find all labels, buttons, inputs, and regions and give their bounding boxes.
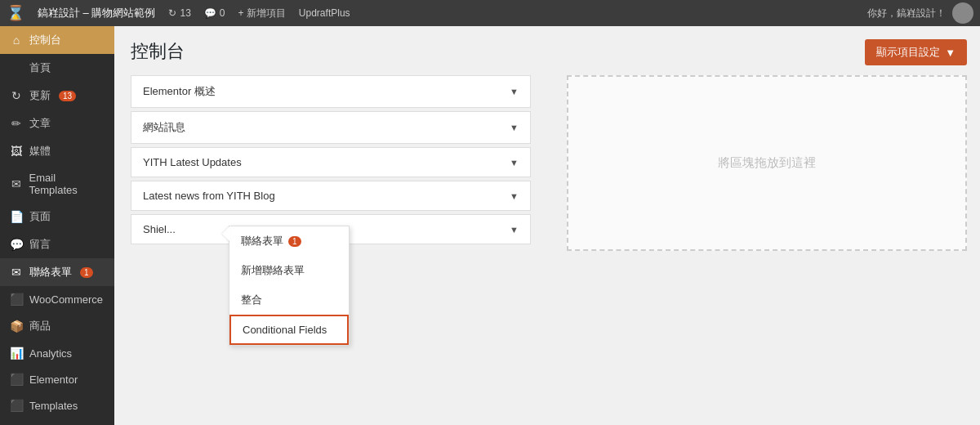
sidebar-item-posts[interactable]: ✏ 文章 (0, 110, 114, 137)
admin-bar-right: 你好，鎬嵀設計！ (867, 2, 973, 24)
accordion-label: Shiel... (143, 223, 176, 235)
sidebar-item-home[interactable]: 首頁 (0, 54, 114, 82)
accordion-item-elementor[interactable]: Elementor 概述 ▼ (131, 75, 531, 108)
accordion-item-site-info[interactable]: 網站訊息 ▼ (131, 111, 531, 144)
sidebar-item-woocommerce[interactable]: ⬛ WooCommerce (0, 286, 114, 312)
drop-zone-label: 將區塊拖放到這裡 (718, 155, 816, 171)
accordion-list: Elementor 概述 ▼ 網站訊息 ▼ YITH Latest Update… (131, 75, 531, 244)
site-name[interactable]: 鎬嵀設計 – 購物網站範例 (38, 6, 155, 20)
contact-forms-submenu: 聯絡表單 1 新增聯絡表單 整合 Conditional Fields (229, 226, 350, 346)
sidebar-item-label: WooCommerce (29, 293, 103, 306)
sidebar-item-label: 控制台 (29, 33, 61, 47)
display-settings-label: 顯示項目設定 (876, 45, 940, 60)
accordion-item-yith-blog[interactable]: Latest news from YITH Blog ▼ (131, 181, 531, 211)
accordion-item-yith-updates[interactable]: YITH Latest Updates ▼ (131, 147, 531, 177)
updates-badge: 13 (59, 91, 76, 101)
chevron-down-icon: ▼ (945, 47, 956, 59)
submenu-label: 聯絡表單 (241, 234, 283, 248)
woocommerce-icon: ⬛ (10, 293, 23, 306)
email-icon: ✉ (10, 177, 23, 190)
sidebar-item-label: 留言 (29, 237, 51, 252)
sidebar-item-label: 更新 (29, 88, 51, 103)
sidebar-item-label: Elementor (29, 374, 78, 386)
drop-zone: 將區塊拖放到這裡 (567, 75, 967, 251)
sidebar-item-label: Templates (29, 400, 78, 412)
accordion-label: 網站訊息 (143, 120, 185, 135)
sidebar-item-label: Analytics (29, 347, 72, 360)
main-layout: ⌂ 控制台 首頁 ↻ 更新 13 ✏ 文章 🖼 媒體 ✉ Email Templ… (0, 26, 980, 425)
sidebar-item-label: Email Templates (29, 172, 105, 196)
contact-forms-icon: ✉ (10, 266, 23, 279)
comments-icon: 💬 (204, 7, 216, 19)
sidebar-item-label: 聯絡表單 (29, 265, 72, 280)
accordion-label: YITH Latest Updates (143, 156, 242, 168)
analytics-icon: 📊 (10, 347, 23, 360)
templates-icon: ⬛ (10, 399, 23, 412)
contact-forms-badge: 1 (80, 267, 93, 278)
sidebar-item-label: 頁面 (29, 209, 51, 224)
pages-icon: 📄 (10, 210, 23, 223)
sidebar-item-label: 商品 (29, 319, 51, 333)
submenu-item-add-new[interactable]: 新增聯絡表單 (229, 256, 349, 285)
sidebar-item-products[interactable]: 📦 商品 (0, 312, 114, 340)
sidebar-item-updates[interactable]: ↻ 更新 13 (0, 82, 114, 110)
products-icon: 📦 (10, 320, 23, 333)
comments-icon: 💬 (10, 238, 23, 251)
sidebar-item-analytics[interactable]: 📊 Analytics (0, 340, 114, 366)
sidebar-item-pages[interactable]: 📄 頁面 (0, 203, 114, 230)
chevron-down-icon: ▼ (510, 87, 519, 96)
greeting-text: 你好，鎬嵀設計！ (867, 7, 946, 20)
sidebar-item-dashboard[interactable]: ⌂ 控制台 (0, 26, 114, 54)
updates-icon: ↻ (168, 7, 176, 19)
wp-logo-icon[interactable]: ⌛ (7, 4, 24, 22)
sidebar-item-label: 媒體 (29, 144, 51, 159)
accordion-label: Elementor 概述 (143, 84, 216, 99)
updates-icon: ↻ (10, 89, 23, 102)
updates-link[interactable]: ↻ 13 (168, 7, 190, 19)
comments-link[interactable]: 💬 0 (204, 7, 225, 19)
dashboard-icon: ⌂ (10, 34, 23, 47)
add-new-link[interactable]: + 新增項目 (238, 7, 286, 20)
sidebar-item-email-templates[interactable]: ✉ Email Templates (0, 165, 114, 203)
chevron-down-icon: ▼ (510, 191, 519, 201)
sidebar-item-label: 文章 (29, 116, 51, 131)
submenu-label: 整合 (241, 293, 262, 307)
elementor-icon: ⬛ (10, 373, 23, 386)
sidebar-item-templates[interactable]: ⬛ Templates (0, 392, 114, 418)
submenu-item-conditional-fields[interactable]: Conditional Fields (229, 315, 349, 345)
submenu-label: Conditional Fields (243, 324, 327, 336)
accordion-label: Latest news from YITH Blog (143, 190, 275, 202)
contact-forms-submenu-badge: 1 (288, 236, 301, 247)
page-title: 控制台 (131, 39, 964, 64)
main-content: 控制台 顯示項目設定 ▼ Elementor 概述 ▼ 網站訊息 ▼ YITH … (114, 26, 980, 425)
sidebar-item-elementor[interactable]: ⬛ Elementor (0, 366, 114, 392)
chevron-down-icon: ▼ (510, 225, 519, 235)
posts-icon: ✏ (10, 117, 23, 130)
submenu-label: 新增聯絡表單 (241, 263, 305, 278)
chevron-down-icon: ▼ (510, 158, 519, 168)
sidebar-item-comments[interactable]: 💬 留言 (0, 230, 114, 258)
admin-bar-left: ⌛ 鎬嵀設計 – 購物網站範例 ↻ 13 💬 0 + 新增項目 UpdraftP… (7, 4, 350, 22)
sidebar-item-label: 首頁 (29, 60, 51, 75)
sidebar: ⌂ 控制台 首頁 ↻ 更新 13 ✏ 文章 🖼 媒體 ✉ Email Templ… (0, 26, 114, 425)
display-settings-button[interactable]: 顯示項目設定 ▼ (865, 39, 967, 65)
admin-bar: ⌛ 鎬嵀設計 – 購物網站範例 ↻ 13 💬 0 + 新增項目 UpdraftP… (0, 0, 980, 26)
sidebar-item-appearance[interactable]: 🎨 外觀 (0, 418, 114, 425)
sidebar-item-contact-forms[interactable]: ✉ 聯絡表單 1 (0, 258, 114, 286)
updraftplus-link[interactable]: UpdraftPlus (299, 7, 350, 19)
avatar[interactable] (952, 2, 973, 24)
submenu-arrow (222, 226, 230, 242)
submenu-item-integration[interactable]: 整合 (229, 285, 349, 315)
chevron-down-icon: ▼ (510, 123, 519, 132)
sidebar-item-media[interactable]: 🖼 媒體 (0, 137, 114, 165)
submenu-item-contact-forms[interactable]: 聯絡表單 1 (229, 226, 349, 256)
media-icon: 🖼 (10, 145, 23, 158)
